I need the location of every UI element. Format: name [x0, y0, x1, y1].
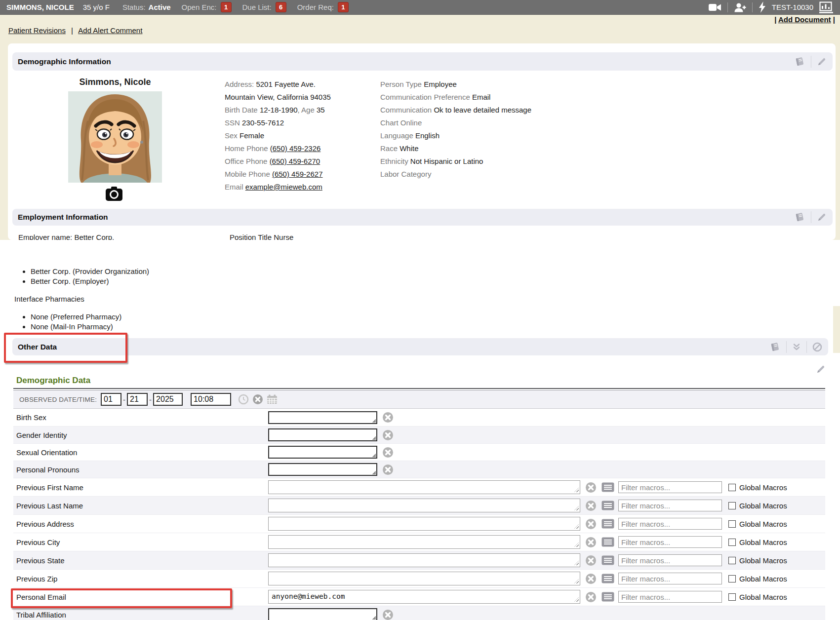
- global-macros-checkbox[interactable]: [728, 575, 736, 582]
- info-label: Online: [400, 118, 422, 127]
- clear-field-icon[interactable]: [585, 482, 597, 493]
- field-input-wrap: [268, 428, 377, 441]
- field-textarea-wrap: [268, 499, 580, 512]
- no-entry-icon[interactable]: [812, 342, 822, 352]
- personal-pronouns-input[interactable]: [268, 463, 377, 476]
- filter-macros-input[interactable]: [618, 591, 722, 603]
- info-label: Labor Category: [380, 170, 431, 178]
- clear-field-icon[interactable]: [585, 500, 597, 511]
- section-title: Demographic Information: [18, 57, 111, 66]
- info-link[interactable]: (650) 459-6270: [270, 157, 320, 165]
- global-macros-checkbox[interactable]: [728, 520, 736, 528]
- calendar-icon[interactable]: [267, 394, 278, 405]
- pencil-icon[interactable]: [817, 57, 827, 67]
- patient-revisions-link[interactable]: Patient Revisions: [8, 26, 66, 35]
- video-camera-icon[interactable]: [709, 2, 721, 12]
- filter-macros-input[interactable]: [618, 536, 722, 548]
- book-icon[interactable]: [795, 212, 805, 222]
- bar-chart-icon[interactable]: [819, 1, 833, 13]
- clear-field-icon[interactable]: [382, 412, 394, 423]
- clear-field-icon[interactable]: [382, 609, 394, 620]
- book-icon[interactable]: [795, 57, 805, 67]
- clock-icon[interactable]: [238, 394, 249, 405]
- macro-list-icon[interactable]: [601, 537, 614, 547]
- info-link[interactable]: example@mieweb.com: [245, 183, 322, 191]
- top-region: SIMMONS, NICOLE 35 y/o F Status: Active …: [0, 0, 840, 240]
- previous-city-textarea[interactable]: [268, 535, 580, 549]
- global-macros-checkbox[interactable]: [728, 557, 736, 564]
- list-item: Better Corp. (Employer): [31, 276, 149, 286]
- person-add-icon[interactable]: [734, 2, 746, 12]
- clear-field-icon[interactable]: [585, 555, 597, 566]
- observed-year-input[interactable]: [153, 393, 183, 406]
- info-link[interactable]: (650) 459-2627: [272, 170, 323, 178]
- sexual-orientation-input[interactable]: [268, 446, 377, 459]
- previous-address-textarea[interactable]: [268, 517, 580, 531]
- icon-divider: [786, 341, 787, 353]
- lightning-icon[interactable]: [759, 1, 766, 13]
- order-req-badge[interactable]: 1: [338, 2, 349, 12]
- previous-state-textarea[interactable]: [268, 553, 580, 567]
- filter-macros-input[interactable]: [618, 481, 722, 493]
- field-textarea-wrap: [268, 535, 580, 549]
- field-textarea-wrap: [268, 480, 580, 494]
- previous-zip-textarea[interactable]: [268, 572, 580, 585]
- date-separator: -: [149, 395, 152, 404]
- status-value: Active: [149, 3, 171, 11]
- filter-macros-input[interactable]: [618, 573, 722, 584]
- pipe-separator: |: [833, 15, 835, 24]
- macro-list-icon[interactable]: [601, 482, 614, 492]
- order-req-label: Order Req:: [297, 3, 334, 11]
- global-macros-checkbox[interactable]: [728, 539, 736, 546]
- info-line: Office Phone (650) 459-6270: [225, 155, 375, 168]
- filter-macros-input[interactable]: [618, 500, 722, 511]
- filter-macros-input[interactable]: [618, 554, 722, 566]
- macro-list-icon[interactable]: [601, 592, 614, 602]
- macro-list-icon[interactable]: [601, 555, 614, 565]
- global-macros-checkbox[interactable]: [728, 502, 736, 509]
- clear-field-icon[interactable]: [585, 537, 597, 548]
- global-macros-checkbox[interactable]: [728, 593, 736, 601]
- gender-identity-input[interactable]: [268, 428, 377, 441]
- add-alert-comment-link[interactable]: Add Alert Comment: [78, 26, 142, 35]
- clear-field-icon[interactable]: [382, 464, 394, 475]
- clear-field-icon[interactable]: [585, 518, 597, 530]
- open-enc-badge[interactable]: 1: [221, 2, 232, 12]
- filter-macros-input[interactable]: [618, 518, 722, 530]
- macro-list-icon[interactable]: [601, 501, 614, 510]
- pencil-icon[interactable]: [817, 212, 827, 222]
- macro-list-icon[interactable]: [601, 519, 614, 529]
- previous-first-name-textarea[interactable]: [268, 480, 580, 494]
- info-link[interactable]: (650) 459-2326: [270, 144, 321, 153]
- patient-links-row: Patient Revisions | Add Alert Comment: [8, 26, 142, 35]
- list-item: Better Corp. (Provider Organization): [31, 267, 149, 276]
- pencil-icon[interactable]: [816, 364, 826, 376]
- observed-month-input[interactable]: [101, 393, 121, 406]
- camera-icon[interactable]: [105, 186, 123, 203]
- info-label: Email: [225, 183, 245, 191]
- add-document-link[interactable]: Add Document: [778, 15, 831, 24]
- info-line: SSN 230-55-7612: [225, 116, 375, 129]
- clear-field-icon[interactable]: [585, 573, 597, 584]
- previous-last-name-textarea[interactable]: [268, 499, 580, 512]
- observed-time-input[interactable]: [191, 393, 231, 406]
- tribal-affiliation-input[interactable]: [268, 608, 377, 620]
- open-enc-label: Open Enc:: [182, 3, 217, 11]
- page-background-strip: [833, 306, 840, 353]
- field-row-personal-pronouns: Personal Pronouns: [13, 461, 825, 478]
- attributes-info-column: Person Type EmployeeCommunication Prefer…: [380, 78, 593, 181]
- global-macros-checkbox[interactable]: [728, 484, 736, 491]
- macro-list-icon[interactable]: [601, 574, 614, 583]
- status-label: Status:: [122, 3, 146, 11]
- info-label: Birth Date: [225, 106, 260, 114]
- clear-field-icon[interactable]: [585, 591, 597, 603]
- due-list-badge[interactable]: 6: [276, 2, 286, 12]
- double-chevron-down-icon[interactable]: [792, 343, 801, 351]
- clear-field-icon[interactable]: [382, 447, 394, 458]
- personal-email-textarea[interactable]: [268, 590, 580, 604]
- birth-sex-input[interactable]: [268, 411, 377, 424]
- clear-datetime-icon[interactable]: [252, 394, 263, 405]
- clear-field-icon[interactable]: [382, 429, 394, 441]
- observed-day-input[interactable]: [127, 393, 148, 406]
- book-icon[interactable]: [770, 342, 781, 352]
